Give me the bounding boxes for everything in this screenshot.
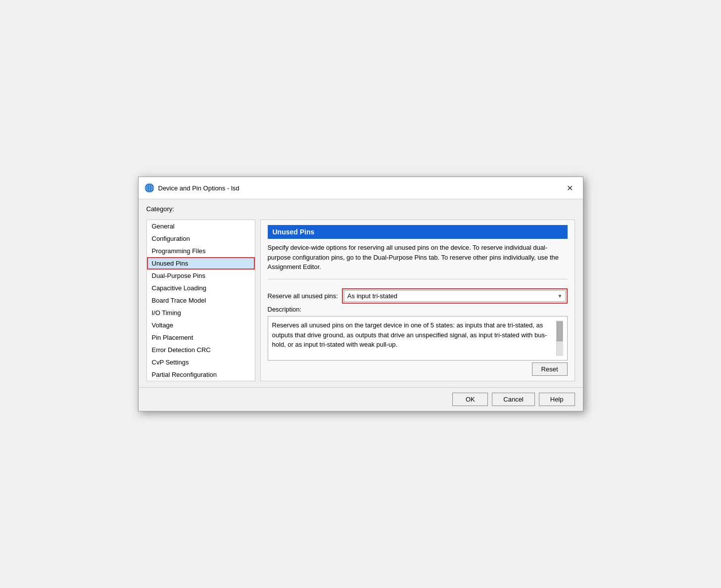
title-bar-left: Device and Pin Options - lsd [144, 183, 240, 193]
reserve-select-wrapper: As input tri-stated As output driving gr… [342, 288, 568, 304]
cancel-button[interactable]: Cancel [492, 393, 534, 406]
description-section: Description: Reserves all unused pins on… [268, 306, 568, 361]
reserve-all-unused-pins-select[interactable]: As input tri-stated As output driving gr… [344, 290, 566, 302]
sidebar-item-cvp-settings[interactable]: CvP Settings [147, 356, 255, 368]
sidebar-item-dual-purpose-pins[interactable]: Dual-Purpose Pins [147, 270, 255, 282]
main-content-inner: Unused Pins Specify device-wide options … [260, 220, 575, 381]
sidebar-item-capacitive-loading[interactable]: Capacitive Loading [147, 282, 255, 294]
sidebar-item-configuration[interactable]: Configuration [147, 232, 255, 245]
section-description: Specify device-wide options for reservin… [268, 239, 568, 274]
sidebar-item-partial-reconfiguration[interactable]: Partial Reconfiguration [147, 368, 255, 381]
description-section-label: Description: [268, 306, 568, 313]
main-panel: Unused Pins Specify device-wide options … [260, 220, 575, 381]
sidebar-item-error-detection-crc[interactable]: Error Detection CRC [147, 344, 255, 356]
app-icon [144, 183, 154, 193]
description-box: Reserves all unused pins on the target d… [268, 316, 568, 361]
sidebar-item-board-trace-model[interactable]: Board Trace Model [147, 294, 255, 307]
divider [268, 279, 568, 279]
reserve-select-container: As input tri-stated As output driving gr… [344, 290, 566, 302]
help-button[interactable]: Help [539, 393, 575, 406]
device-pin-options-dialog: Device and Pin Options - lsd ✕ Category:… [138, 177, 583, 411]
sidebar-item-io-timing[interactable]: I/O Timing [147, 307, 255, 319]
title-bar: Device and Pin Options - lsd ✕ [139, 177, 583, 199]
close-button[interactable]: ✕ [563, 181, 577, 195]
sidebar-item-voltage[interactable]: Voltage [147, 319, 255, 331]
content-area: General Configuration Programming Files … [146, 220, 575, 381]
reserve-row: Reserve all unused pins: As input tri-st… [268, 288, 568, 304]
scrollbar-thumb [557, 321, 563, 341]
description-box-text: Reserves all unused pins on the target d… [272, 320, 554, 356]
reset-button[interactable]: Reset [532, 362, 568, 376]
dialog-body: Category: General Configuration Programm… [139, 199, 583, 387]
category-label: Category: [146, 205, 575, 213]
sidebar-item-general[interactable]: General [147, 220, 255, 232]
sidebar-item-unused-pins[interactable]: Unused Pins [147, 257, 255, 270]
section-header: Unused Pins [268, 225, 568, 239]
dialog-footer: OK Cancel Help [139, 387, 583, 411]
sidebar-item-pin-placement[interactable]: Pin Placement [147, 331, 255, 344]
sidebar-item-programming-files[interactable]: Programming Files [147, 245, 255, 257]
dialog-title: Device and Pin Options - lsd [158, 184, 240, 192]
reserve-label: Reserve all unused pins: [268, 292, 338, 300]
scrollbar[interactable] [556, 320, 563, 356]
sidebar: General Configuration Programming Files … [146, 220, 255, 381]
ok-button[interactable]: OK [452, 393, 488, 406]
reset-row: Reset [268, 361, 568, 376]
